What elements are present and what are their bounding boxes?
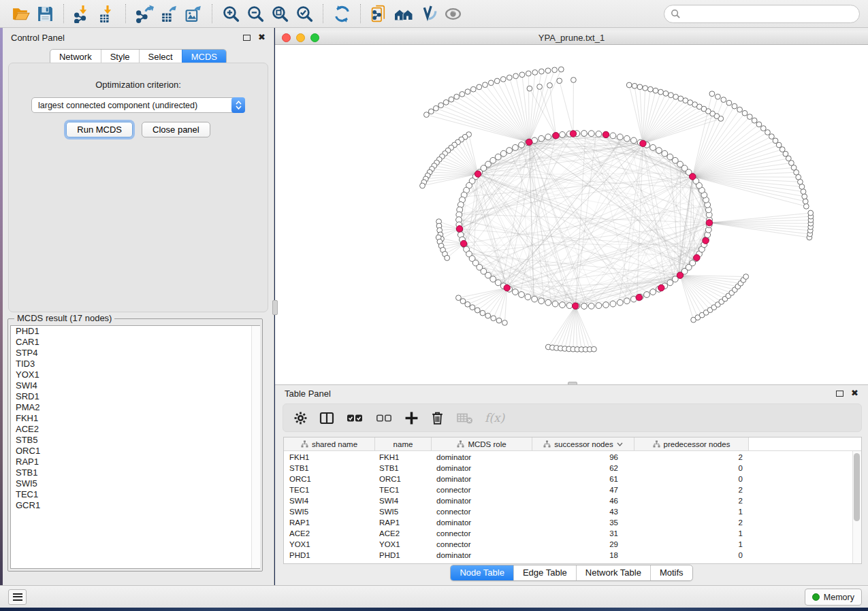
show-graphics-details-icon[interactable] <box>440 2 465 25</box>
column-type-icon <box>457 440 464 448</box>
column-header-predecessor-nodes[interactable]: predecessor nodes <box>634 437 749 450</box>
search-input[interactable] <box>685 9 853 19</box>
import-network-icon[interactable] <box>70 2 95 25</box>
show-log-button[interactable] <box>8 589 27 605</box>
memory-status-icon <box>812 593 820 601</box>
mcds-result-item[interactable]: STB5 <box>11 435 259 446</box>
table-scrollbar-thumb[interactable] <box>854 453 860 521</box>
table-row[interactable]: TEC1TEC1connector472 <box>284 484 852 495</box>
table-cell: 46 <box>532 497 634 505</box>
table-cell: dominator <box>432 464 532 472</box>
select-all-icon[interactable] <box>346 411 364 425</box>
mcds-result-item[interactable]: PHD1 <box>11 326 259 337</box>
mcds-result-item[interactable]: SWI5 <box>11 478 259 489</box>
column-type-icon <box>543 440 551 448</box>
table-row[interactable]: ACE2ACE2connector311 <box>284 528 852 539</box>
deselect-all-icon[interactable] <box>375 411 393 425</box>
apply-layout-icon[interactable] <box>329 2 354 25</box>
mcds-result-item[interactable]: SWI4 <box>11 380 259 391</box>
mcds-result-item[interactable]: PMA2 <box>11 402 259 413</box>
table-cell: dominator <box>432 551 532 559</box>
table-row[interactable]: RAP1RAP1dominator352 <box>284 517 852 528</box>
table-cell: 2 <box>634 497 749 505</box>
mcds-list-scrollbar[interactable] <box>251 326 260 568</box>
status-bar: Memory <box>0 585 868 608</box>
export-network-icon[interactable] <box>132 2 157 25</box>
toggle-column-panel-icon[interactable] <box>319 411 334 425</box>
mcds-result-item[interactable]: ACE2 <box>11 424 259 435</box>
table-cell: SWI4 <box>375 497 432 505</box>
network-overview-icon[interactable] <box>391 2 416 25</box>
export-image-icon[interactable] <box>181 2 206 25</box>
share-document-icon[interactable] <box>367 2 391 25</box>
network-canvas[interactable] <box>275 45 868 384</box>
float-panel-icon[interactable] <box>836 391 843 397</box>
zoom-out-icon[interactable] <box>243 2 268 25</box>
mcds-result-item[interactable]: YOX1 <box>11 369 259 380</box>
criterion-selected-value: largest connected component (undirected) <box>32 101 231 110</box>
mcds-result-item[interactable]: STB1 <box>11 467 259 478</box>
mcds-result-item[interactable]: STP4 <box>11 348 259 359</box>
column-header-successor-nodes[interactable]: successor nodes <box>532 437 634 450</box>
table-settings-icon[interactable] <box>293 411 308 425</box>
horizontal-splitter-handle[interactable] <box>272 300 278 315</box>
table-cell: 31 <box>532 529 634 538</box>
table-row[interactable]: STB1STB1dominator620 <box>284 463 852 474</box>
mcds-result-item[interactable]: ORC1 <box>11 446 259 457</box>
delete-column-icon[interactable] <box>430 411 445 425</box>
table-row[interactable]: YOX1YOX1connector291 <box>284 539 852 550</box>
memory-button[interactable]: Memory <box>805 589 862 606</box>
tab-edge-table[interactable]: Edge Table <box>513 565 576 580</box>
table-cell: connector <box>432 529 532 538</box>
search-box[interactable] <box>664 5 860 23</box>
main-toolbar <box>0 0 868 28</box>
table-row[interactable]: FKH1FKH1dominator962 <box>284 452 852 463</box>
network-window: YPA_prune.txt_1 <box>275 28 868 384</box>
function-builder-icon[interactable]: f(x) <box>485 411 504 425</box>
save-session-icon[interactable] <box>33 2 57 25</box>
zoom-selected-icon[interactable] <box>292 2 317 25</box>
close-panel-button[interactable]: Close panel <box>142 122 210 137</box>
select-stepper-icon <box>231 97 245 113</box>
mcds-result-item[interactable]: CAR1 <box>11 337 259 348</box>
table-cell: STB1 <box>284 464 375 472</box>
network-window-titlebar[interactable]: YPA_prune.txt_1 <box>275 31 868 45</box>
mcds-result-item[interactable]: RAP1 <box>11 457 259 467</box>
mcds-result-list[interactable]: PHD1CAR1STP4TID3YOX1SWI4SRD1PMA2FKH1ACE2… <box>10 325 260 569</box>
column-header-shared-name[interactable]: shared name <box>284 437 375 450</box>
close-panel-icon[interactable]: ✖ <box>258 34 266 41</box>
column-header-name[interactable]: name <box>375 437 432 450</box>
node-table: shared name name MCDS role successor nod… <box>283 437 862 564</box>
table-row[interactable]: PHD1PHD1dominator180 <box>284 550 852 561</box>
table-cell: ACE2 <box>375 529 432 538</box>
mcds-result-item[interactable]: GCR1 <box>11 500 259 511</box>
column-header-mcds-role[interactable]: MCDS role <box>432 437 532 450</box>
delete-table-icon[interactable] <box>456 411 473 425</box>
mcds-result-item[interactable]: TID3 <box>11 359 259 369</box>
mcds-result-item[interactable]: FKH1 <box>11 413 259 424</box>
zoom-fit-content-icon[interactable] <box>268 2 292 25</box>
zoom-in-icon[interactable] <box>219 2 243 25</box>
tab-node-table[interactable]: Node Table <box>451 565 513 580</box>
tab-motifs[interactable]: Motifs <box>650 565 692 580</box>
criterion-select[interactable]: largest connected component (undirected) <box>31 97 245 113</box>
mcds-result-item[interactable]: TEC1 <box>11 489 259 500</box>
close-panel-icon[interactable]: ✖ <box>851 390 858 397</box>
add-column-icon[interactable] <box>404 411 419 425</box>
float-panel-icon[interactable] <box>243 35 251 41</box>
table-row[interactable]: SWI5SWI5connector431 <box>284 506 852 517</box>
open-session-icon[interactable] <box>8 2 33 25</box>
table-row[interactable]: SWI4SWI4dominator462 <box>284 495 852 506</box>
tab-network-table[interactable]: Network Table <box>576 565 650 580</box>
table-row[interactable]: ORC1ORC1dominator610 <box>284 474 852 484</box>
control-panel-title: Control Panel <box>11 33 65 43</box>
run-mcds-button[interactable]: Run MCDS <box>66 122 133 137</box>
style-visibility-icon[interactable] <box>416 2 440 25</box>
import-table-icon[interactable] <box>95 2 119 25</box>
toolbar-separator <box>125 4 126 23</box>
table-cell: 43 <box>532 508 634 516</box>
export-table-icon[interactable] <box>157 2 181 25</box>
table-cell: 1 <box>634 529 749 538</box>
mcds-result-item[interactable]: SRD1 <box>11 391 259 402</box>
table-scrollbar[interactable] <box>852 451 861 563</box>
